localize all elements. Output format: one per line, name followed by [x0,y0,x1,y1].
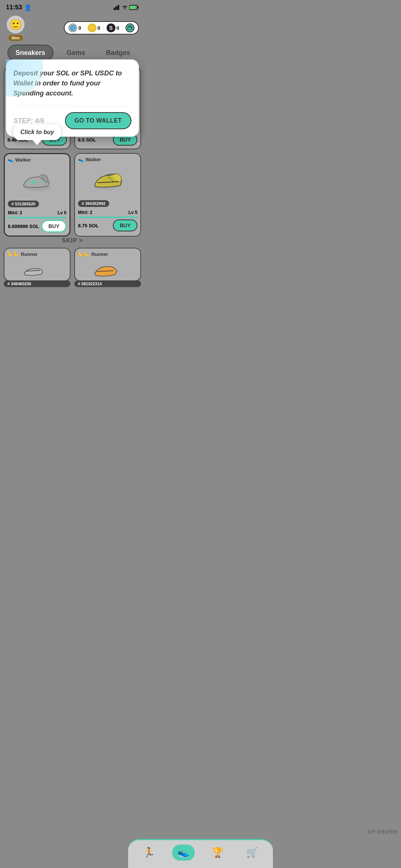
foot-icon-3: 👟 [8,157,14,163]
card-bar-4 [78,217,137,218]
signal-icon [114,5,120,10]
currency-value-1: 0 [78,25,81,31]
svg-rect-7 [130,6,136,9]
card-price-4: 8.75 SOL [78,223,99,228]
svg-point-4 [124,8,125,9]
tab-gems[interactable]: Gems [59,45,93,61]
card-type-3: Walker [15,157,31,163]
currency-bar[interactable]: 🌐 0 🪙 0 S 0 [64,21,139,35]
tab-sneakers[interactable]: Sneakers [7,45,53,61]
currency-value-3: 0 [117,25,119,31]
sneaker-svg-3: ₿ [20,170,54,192]
runner-id-number-1: 348460256 [11,282,31,286]
currency-divider-2 [103,25,104,31]
card-footer-3: 8.699999 SOL BUY [8,220,66,233]
avatar-label: 0km [9,35,23,41]
card-header-3: 👟 Walker [8,157,66,163]
currency-icon-gold: 🪙 [88,23,97,32]
svg-rect-8 [128,26,132,30]
card-mint-3: Mint: 2 [8,210,22,215]
modal-step: STEP: 4/6 [13,117,44,125]
runner-type-2: Runner [91,251,108,257]
svg-point-9 [131,28,131,29]
runner-image-1 [7,259,67,277]
status-bar: 11:53 👤 [0,0,145,13]
sneaker-image-4 [78,164,137,197]
currency-item-3: S 0 [107,23,119,32]
card-price-3: 8.699999 SOL [8,224,39,229]
currency-value-2: 0 [98,25,100,31]
runner-type-1: Runner [21,251,38,257]
runner-svg-2 [93,259,123,277]
runner-card-2: 🦶🦶 Runner [74,248,141,281]
runner-header-1: 🦶🦶 Runner [7,251,67,257]
go-to-wallet-button[interactable]: GO TO WALLET [65,112,131,129]
tooltip-bubble: Click to buy [14,124,61,140]
card-level-4: Lv 5 [128,210,137,215]
card-id-4: # 394352992 [78,200,109,207]
card-stats-3: Mint: 2 Lv 5 [8,210,66,215]
runner-id-number-2: 581022314 [81,282,102,286]
tooltip-arrow [33,140,42,145]
card-id-number-4: 394352992 [85,201,105,206]
modal-description: Deposit your SOL or SPL USDC to Wallet i… [13,68,131,98]
runner-image-2 [78,259,137,277]
top-header: 🙂 0km 🌐 0 🪙 0 S 0 [0,13,145,45]
tab-badges[interactable]: Badges [98,45,137,61]
status-user-icon: 👤 [24,4,32,11]
tooltip-container: Click to buy [14,124,61,145]
runner-svg-1 [22,259,52,277]
card-header-4: 👟 Walker [78,157,137,162]
currency-icon-gray: 🌐 [68,23,77,32]
wifi-icon [122,5,128,10]
runner-id-1: # 348460256 [4,280,71,287]
tooltip-text: Click to buy [20,129,54,135]
sneaker-card-3: 👟 Walker ₿ # 531365520 Mint: 2 Lv [4,153,71,237]
svg-rect-1 [115,7,116,10]
buy-button-3[interactable]: BUY [41,220,66,233]
runner-foot-icon-2: 🦶🦶 [78,251,90,257]
status-time: 11:53 [6,4,22,11]
svg-rect-3 [118,5,119,10]
card-bar-3 [8,217,66,218]
svg-text:₿: ₿ [32,179,35,185]
skip-button[interactable]: SKIP > [62,237,83,244]
currency-icon-wallet[interactable] [125,23,134,32]
currency-divider-3 [122,25,123,31]
sneaker-card-4: 👟 Walker # 394352992 Mint: 2 Lv 5 [74,153,141,237]
runner-row: 🦶🦶 Runner 🦶🦶 Runner [4,248,141,281]
card-mint-4: Mint: 2 [78,210,92,215]
runner-id-2: # 581022314 [74,280,141,287]
currency-item-1: 🌐 0 [68,23,81,32]
status-icons [114,5,139,10]
buy-button-4[interactable]: BUY [113,220,137,231]
card-type-4: Walker [85,157,101,162]
card-id-number-3: 531365520 [15,202,35,206]
sneaker-row-2: 👟 Walker ₿ # 531365520 Mint: 2 Lv [4,153,141,237]
card-price-2: 8.5 SOL [78,137,96,143]
runner-header-2: 🦶🦶 Runner [78,251,137,257]
runner-foot-icon-1: 🦶🦶 [7,251,19,257]
card-id-3: # 531365520 [8,201,39,207]
tabs: Sneakers Gems Badges [0,45,145,61]
sneaker-image-3: ₿ [8,164,66,198]
skip-container[interactable]: SKIP > [62,237,83,244]
card-level-3: Lv 5 [58,210,66,215]
svg-rect-2 [117,6,118,10]
sneaker-svg-4 [91,169,124,192]
avatar[interactable]: 🙂 [6,15,25,34]
currency-item-2: 🪙 0 [88,23,100,32]
card-stats-4: Mint: 2 Lv 5 [78,210,137,215]
svg-rect-6 [138,6,139,9]
avatar-container[interactable]: 🙂 0km [6,15,25,41]
currency-divider-1 [84,25,85,31]
runner-card-1: 🦶🦶 Runner [4,248,71,281]
svg-rect-0 [114,8,115,10]
battery-icon [129,5,139,10]
card-footer-4: 8.75 SOL BUY [78,220,137,231]
foot-icon-4: 👟 [78,157,84,162]
currency-icon-sol: S [107,23,115,32]
